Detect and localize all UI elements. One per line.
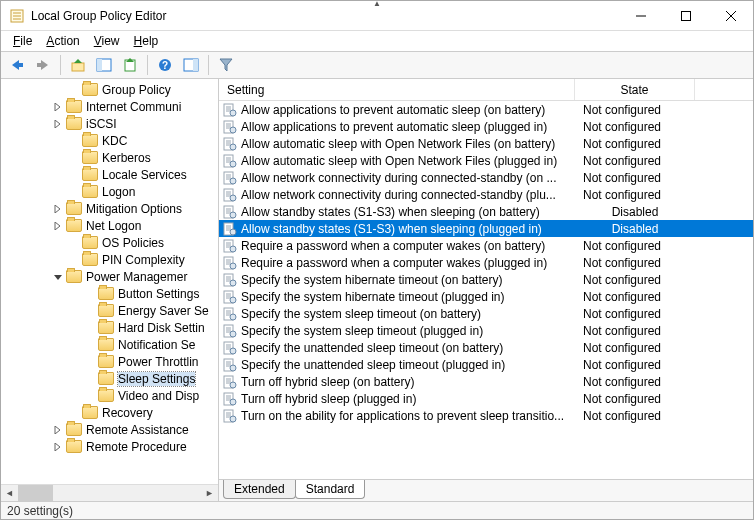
svg-point-82 [230,314,236,320]
tree-item[interactable]: Notification Se [1,336,218,353]
tree-item[interactable]: Video and Disp [1,387,218,404]
svg-point-102 [230,382,236,388]
setting-text: Specify the system sleep timeout (plugge… [241,324,575,338]
setting-text: Allow standby states (S1-S3) when sleepi… [241,205,575,219]
export-list-button[interactable] [118,54,142,76]
tree-item-label: Recovery [102,406,153,420]
scroll-thumb[interactable] [18,485,53,501]
tree-item[interactable]: OS Policies [1,234,218,251]
tree-item[interactable]: Sleep Settings [1,370,218,387]
cell-state: Not configured [575,273,695,287]
menu-file[interactable]: File [7,32,38,50]
list-row[interactable]: Specify the system hibernate timeout (on… [219,271,753,288]
tree-item[interactable]: Kerberos [1,149,218,166]
chevron-right-icon[interactable] [51,423,65,437]
list-row[interactable]: Specify the unattended sleep timeout (on… [219,339,753,356]
tree-scroll[interactable]: Group PolicyInternet CommuniiSCSIKDCKerb… [1,79,218,484]
list-row[interactable]: Allow automatic sleep with Open Network … [219,135,753,152]
tree-item[interactable]: Power Managemer [1,268,218,285]
menu-help[interactable]: Help [128,32,165,50]
chevron-down-icon[interactable] [51,270,65,284]
tab-extended[interactable]: Extended [223,480,296,499]
tree-item[interactable]: Energy Saver Se [1,302,218,319]
tree-item[interactable]: Recovery [1,404,218,421]
folder-icon [98,338,114,351]
tree-item[interactable]: Internet Communi [1,98,218,115]
list-body[interactable]: Allow applications to prevent automatic … [219,101,753,479]
tab-standard[interactable]: Standard [295,480,366,499]
column-header-setting[interactable]: Setting ▲ [219,79,575,100]
tree-item[interactable]: Net Logon [1,217,218,234]
list-row[interactable]: Require a password when a computer wakes… [219,237,753,254]
tree-item[interactable]: Hard Disk Settin [1,319,218,336]
list-row[interactable]: Turn off hybrid sleep (on battery)Not co… [219,373,753,390]
setting-text: Allow automatic sleep with Open Network … [241,154,575,168]
up-folder-button[interactable] [66,54,90,76]
tree-item[interactable]: Group Policy [1,81,218,98]
list-row[interactable]: Require a password when a computer wakes… [219,254,753,271]
maximize-button[interactable] [663,1,708,30]
list-row[interactable]: Allow applications to prevent automatic … [219,118,753,135]
cell-setting: Require a password when a computer wakes… [219,239,575,253]
cell-state: Not configured [575,375,695,389]
column-header-state[interactable]: State [575,79,695,100]
list-row[interactable]: Allow standby states (S1-S3) when sleepi… [219,220,753,237]
chevron-right-icon[interactable] [51,440,65,454]
svg-rect-8 [18,63,23,67]
list-row[interactable]: Allow automatic sleep with Open Network … [219,152,753,169]
list-row[interactable]: Allow network connectivity during connec… [219,169,753,186]
tree-item[interactable]: PIN Complexity [1,251,218,268]
chevron-right-icon[interactable] [51,219,65,233]
list-row[interactable]: Allow standby states (S1-S3) when sleepi… [219,203,753,220]
list-row[interactable]: Allow network connectivity during connec… [219,186,753,203]
filter-button[interactable] [214,54,238,76]
minimize-button[interactable] [618,1,663,30]
show-hide-action-pane-button[interactable] [179,54,203,76]
expander-empty [67,168,81,182]
scroll-track[interactable] [18,485,201,501]
list-row[interactable]: Turn on the ability for applications to … [219,407,753,424]
tree-item-label: Notification Se [118,338,195,352]
show-hide-tree-button[interactable] [92,54,116,76]
tree-item[interactable]: iSCSI [1,115,218,132]
svg-point-97 [230,365,236,371]
list-row[interactable]: Specify the system sleep timeout (plugge… [219,322,753,339]
setting-text: Turn off hybrid sleep (on battery) [241,375,575,389]
chevron-right-icon[interactable] [51,202,65,216]
expander-empty [83,321,97,335]
menu-action[interactable]: Action [40,32,85,50]
tree-item[interactable]: KDC [1,132,218,149]
tree-item[interactable]: Mitigation Options [1,200,218,217]
folder-icon [98,355,114,368]
tree-item[interactable]: Remote Assistance [1,421,218,438]
list-row[interactable]: Specify the system sleep timeout (on bat… [219,305,753,322]
scroll-left-icon[interactable]: ◄ [1,485,18,502]
tree-hscrollbar[interactable]: ◄ ► [1,484,218,501]
cell-setting: Specify the system sleep timeout (on bat… [219,307,575,321]
scroll-right-icon[interactable]: ► [201,485,218,502]
expander-empty [67,253,81,267]
folder-icon [66,202,82,215]
expander-empty [83,355,97,369]
tree-item[interactable]: Locale Services [1,166,218,183]
tree-item[interactable]: Power Throttlin [1,353,218,370]
list-row[interactable]: Specify the unattended sleep timeout (pl… [219,356,753,373]
policy-setting-icon [223,273,237,287]
toolbar-separator [60,55,61,75]
menu-view[interactable]: View [88,32,126,50]
help-button[interactable]: ? [153,54,177,76]
list-row[interactable]: Specify the system hibernate timeout (pl… [219,288,753,305]
tree-item[interactable]: Logon [1,183,218,200]
back-button[interactable] [5,54,29,76]
list-row[interactable]: Allow applications to prevent automatic … [219,101,753,118]
chevron-right-icon[interactable] [51,100,65,114]
cell-setting: Allow automatic sleep with Open Network … [219,154,575,168]
folder-icon [66,440,82,453]
chevron-right-icon[interactable] [51,117,65,131]
tree-item[interactable]: Button Settings [1,285,218,302]
tree-item[interactable]: Remote Procedure [1,438,218,455]
close-button[interactable] [708,1,753,30]
forward-button[interactable] [31,54,55,76]
setting-text: Turn on the ability for applications to … [241,409,575,423]
list-row[interactable]: Turn off hybrid sleep (plugged in)Not co… [219,390,753,407]
